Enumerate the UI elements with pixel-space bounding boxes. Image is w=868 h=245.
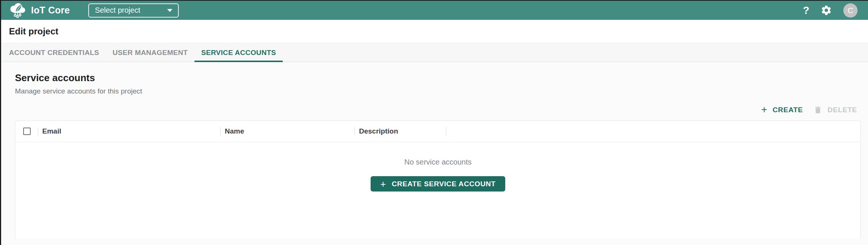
avatar-letter: C xyxy=(847,6,853,15)
header-actions: ? C xyxy=(803,3,858,18)
settings-gear-icon[interactable] xyxy=(821,4,832,16)
tab-service-accounts[interactable]: SERVICE ACCOUNTS xyxy=(194,43,283,62)
create-service-account-label: CREATE SERVICE ACCOUNT xyxy=(392,180,496,188)
column-divider xyxy=(220,127,221,135)
app-header: IoT Core Select project ? C xyxy=(1,1,868,20)
help-icon[interactable]: ? xyxy=(803,5,809,16)
create-button[interactable]: + CREATE xyxy=(761,105,803,115)
service-accounts-table: Email Name Description No service accoun… xyxy=(15,120,861,239)
delete-button-label: DELETE xyxy=(828,106,857,114)
iot-cloud-logo-icon xyxy=(9,2,27,19)
create-service-account-button[interactable]: + CREATE SERVICE ACCOUNT xyxy=(371,176,506,192)
column-header-email: Email xyxy=(38,121,220,142)
tab-user-management[interactable]: USER MANAGEMENT xyxy=(106,43,194,62)
empty-state-message: No service accounts xyxy=(404,158,472,166)
tab-bar: ACCOUNT CREDENTIALS USER MANAGEMENT SERV… xyxy=(1,43,868,62)
section-subtitle: Manage service accounts for this project xyxy=(15,87,868,95)
table-empty-state: No service accounts + CREATE SERVICE ACC… xyxy=(15,142,861,192)
title-bar: Edit project xyxy=(1,20,868,43)
section-header: Service accounts Manage service accounts… xyxy=(1,62,868,95)
plus-icon: + xyxy=(380,179,386,189)
create-button-label: CREATE xyxy=(773,106,803,114)
project-selector[interactable]: Select project xyxy=(88,3,179,18)
column-divider xyxy=(446,127,446,135)
page-title: Edit project xyxy=(9,26,58,37)
column-divider xyxy=(355,127,355,135)
caret-down-icon xyxy=(167,9,172,12)
column-header-actions xyxy=(446,121,861,142)
user-avatar[interactable]: C xyxy=(843,3,858,18)
column-header-name: Name xyxy=(220,121,355,142)
delete-button[interactable]: DELETE xyxy=(813,105,857,114)
plus-icon: + xyxy=(761,105,767,115)
select-all-checkbox[interactable] xyxy=(23,128,31,135)
app-name: IoT Core xyxy=(31,5,70,16)
project-selector-label: Select project xyxy=(95,6,140,15)
table-header-row: Email Name Description xyxy=(15,121,861,142)
tab-account-credentials[interactable]: ACCOUNT CREDENTIALS xyxy=(2,43,106,62)
trash-icon xyxy=(813,105,822,114)
column-divider xyxy=(38,127,38,135)
main-content: Service accounts Manage service accounts… xyxy=(1,62,868,239)
select-all-cell xyxy=(15,128,38,135)
column-header-description: Description xyxy=(355,121,446,142)
table-toolbar: + CREATE DELETE xyxy=(1,105,868,115)
section-title: Service accounts xyxy=(15,72,868,84)
